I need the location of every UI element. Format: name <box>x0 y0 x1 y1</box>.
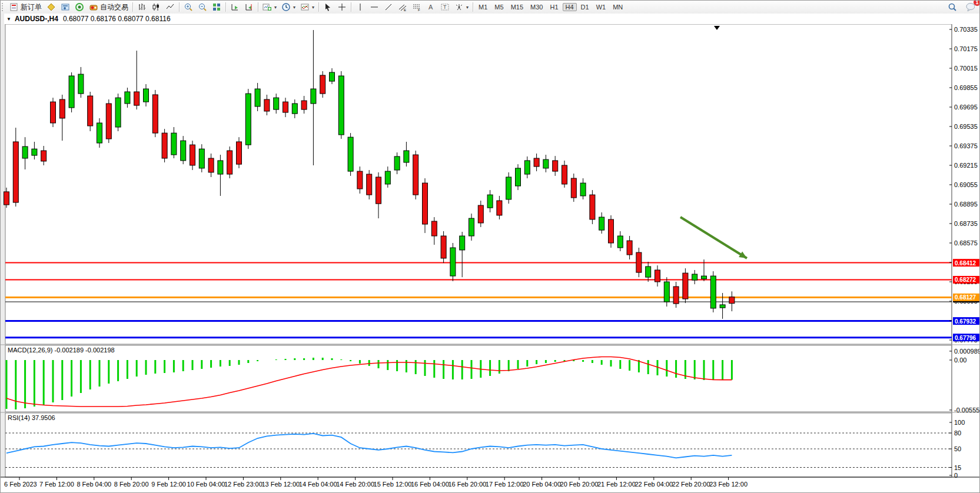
price-axis-label: 0.70335 <box>954 26 978 33</box>
line-chart-button[interactable] <box>163 1 177 13</box>
crosshair-button[interactable] <box>335 1 349 13</box>
trendline-button[interactable] <box>381 1 396 13</box>
text-button[interactable]: A <box>424 1 438 13</box>
chevron-down-icon: ▾ <box>274 5 277 10</box>
fibonacci-button[interactable]: F <box>410 1 424 13</box>
periods-button[interactable]: ▾ <box>279 1 298 13</box>
data-window-button[interactable] <box>58 1 72 13</box>
candle-body <box>590 195 595 219</box>
candle-body <box>636 252 642 272</box>
chart-canvas[interactable]: 0.703350.701750.700150.698550.696950.695… <box>1 24 980 493</box>
price-axis-label: 0.69695 <box>954 104 978 111</box>
candle-body <box>534 158 539 166</box>
candle-body <box>88 96 93 126</box>
hline-price-tag-label: 0.68272 <box>955 277 976 283</box>
toolbar-separator <box>225 2 226 12</box>
chart-shift-button[interactable] <box>242 1 256 13</box>
chart-menu-triangle-icon[interactable]: ▼ <box>6 16 11 22</box>
equidistant-channel-button[interactable]: E <box>396 1 410 13</box>
chart-symbol: AUDUSD-,H4 <box>15 15 58 23</box>
timeframe-M15[interactable]: M15 <box>508 3 526 11</box>
rsi-scale-label: 80 <box>954 429 961 437</box>
arrows-button[interactable]: ▾ <box>452 1 471 13</box>
toolbar-separator <box>179 2 180 12</box>
candle-body <box>144 89 149 102</box>
channel-icon: E <box>398 2 407 12</box>
candle-body <box>311 89 316 104</box>
macd-scale-label: 0.00 <box>954 357 966 364</box>
candle-body <box>441 236 446 258</box>
toolbar-grip[interactable] <box>2 3 6 11</box>
auto-scroll-icon <box>230 2 240 12</box>
candle-body <box>199 149 204 168</box>
zoom-in-button[interactable] <box>181 1 195 13</box>
vertical-line-button[interactable] <box>353 1 367 13</box>
templates-button[interactable]: ▾ <box>298 1 317 13</box>
search-button[interactable] <box>945 1 959 13</box>
time-axis-label: 23 Feb 12:00 <box>709 481 748 488</box>
navigator-button[interactable] <box>72 1 87 13</box>
auto-scroll-button[interactable] <box>228 1 242 13</box>
horizontal-line-button[interactable] <box>367 1 381 13</box>
timeframe-D1[interactable]: D1 <box>578 3 592 11</box>
autotrading-button[interactable]: 自动交易 <box>87 1 131 13</box>
tile-windows-button[interactable] <box>210 1 224 13</box>
cursor-button[interactable] <box>321 1 335 13</box>
candle-body <box>599 217 604 230</box>
timeframe-H4[interactable]: H4 <box>563 3 577 11</box>
candle-body <box>152 95 158 133</box>
candle-body <box>78 74 84 94</box>
candlestick-chart-button[interactable] <box>149 1 163 13</box>
text-icon: A <box>426 2 436 12</box>
gold-diamond-icon <box>46 2 56 12</box>
macd-scale-label: 0.000989 <box>954 348 980 355</box>
candle-body <box>646 267 651 277</box>
timeframe-MN[interactable]: MN <box>610 3 626 11</box>
svg-text:T: T <box>443 4 447 10</box>
timeframe-M1[interactable]: M1 <box>476 3 490 11</box>
time-axis-label: 14 Feb 20:00 <box>336 481 374 488</box>
svg-text:E: E <box>404 8 406 12</box>
candle-body <box>710 276 716 308</box>
chevron-down-icon: ▾ <box>312 5 314 10</box>
macd-label: MACD(12,26,9) -0.002189 -0.002198 <box>8 347 115 354</box>
main-panel-frame <box>5 24 952 344</box>
timeframe-M30[interactable]: M30 <box>527 3 546 11</box>
candle-body <box>190 145 195 165</box>
price-axis-label: 0.68735 <box>954 220 978 227</box>
time-axis-label: 16 Feb 20:00 <box>448 481 486 488</box>
crosshair-icon <box>337 2 347 12</box>
chat-button[interactable]: 1 <box>963 1 977 13</box>
candle-body <box>59 99 65 118</box>
time-axis-label: 22 Feb 20:00 <box>672 481 710 488</box>
candle-body <box>664 282 669 302</box>
time-axis-label: 10 Feb 04:00 <box>187 481 225 488</box>
candle-body <box>487 195 493 208</box>
text-label-button[interactable]: T <box>438 1 452 13</box>
candle-body <box>571 178 576 198</box>
candle-body <box>283 102 288 112</box>
svg-text:F: F <box>418 8 420 12</box>
indicators-button[interactable]: ▾ <box>260 1 279 13</box>
timeframe-W1[interactable]: W1 <box>593 3 609 11</box>
zoom-out-button[interactable] <box>195 1 210 13</box>
timeframe-H1[interactable]: H1 <box>547 3 561 11</box>
new-order-button[interactable]: 新订单 <box>7 1 44 13</box>
timeframe-M5[interactable]: M5 <box>491 3 506 11</box>
time-axis-label: 12 Feb 23:00 <box>224 481 263 488</box>
candle-body <box>617 236 623 248</box>
candle-body <box>497 201 502 215</box>
mt4-terminal-window: 新订单 自动交易 <box>0 0 980 493</box>
trendline-icon <box>384 2 393 12</box>
candle-body <box>245 94 251 145</box>
toolbar-separator <box>473 2 473 12</box>
bar-chart-button[interactable] <box>135 1 149 13</box>
candle-body <box>562 165 567 184</box>
market-watch-button[interactable] <box>44 1 58 13</box>
chevron-down-icon: ▾ <box>293 5 295 10</box>
candle-body <box>385 171 390 184</box>
radar-icon <box>75 2 84 12</box>
candlestick-chart-icon <box>151 2 161 12</box>
candle-body <box>367 174 372 195</box>
rsi-label: RSI(14) 37.9506 <box>8 414 55 421</box>
